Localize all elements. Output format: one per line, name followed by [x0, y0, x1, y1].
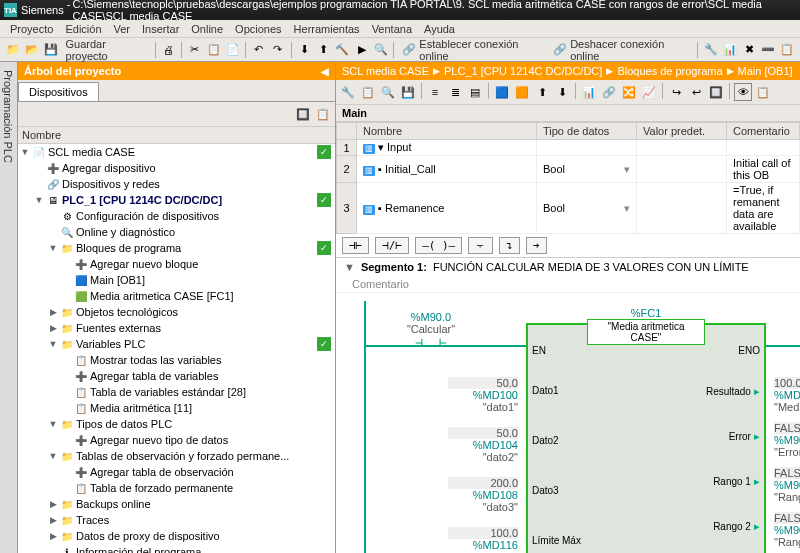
tb-icon-2[interactable]: 📊 — [721, 41, 738, 59]
ladder-diagram[interactable]: %M90.0 "Calcular" ⊣ ⊢ %FC1 "Media aritme… — [336, 293, 800, 553]
ed-tb-13[interactable]: 🔗 — [600, 83, 618, 101]
ed-tb-9[interactable]: 🟧 — [513, 83, 531, 101]
input-Límite Máx[interactable]: 100.0%MD116"Límite" — [448, 527, 518, 553]
col-tipo[interactable]: Tipo de datos — [537, 123, 637, 140]
interface-row[interactable]: 2▥▪ Initial_CallBool▾Initial call of thi… — [337, 156, 800, 183]
new-project-icon[interactable]: 📁 — [4, 41, 21, 59]
tree-item[interactable]: ▶📁Traces — [18, 512, 335, 528]
input-Dato1[interactable]: 50.0%MD100"dato1" — [448, 377, 518, 413]
tree-item[interactable]: ▼📁Tablas de observación y forzado perman… — [18, 448, 335, 464]
menu-insertar[interactable]: Insertar — [136, 23, 185, 35]
ed-tb-17[interactable]: ↩ — [687, 83, 705, 101]
tree-item[interactable]: ▶📁Datos de proxy de dispositivo — [18, 528, 335, 544]
output-Rango 2[interactable]: FALSE%M90.4"Rango2" — [774, 512, 800, 548]
menu-ayuda[interactable]: Ayuda — [418, 23, 461, 35]
tb-icon-5[interactable]: 📋 — [779, 41, 796, 59]
menu-ver[interactable]: Ver — [108, 23, 137, 35]
ed-tb-15[interactable]: 📈 — [640, 83, 658, 101]
upload-icon[interactable]: ⬆ — [315, 41, 332, 59]
side-tab-programacion[interactable]: Programación PLC — [0, 62, 18, 553]
ed-tb-10[interactable]: ⬆ — [533, 83, 551, 101]
segment-header[interactable]: ▼ Segmento 1: FUNCIÓN CALCULAR MEDIA DE … — [336, 258, 800, 276]
output-Resultado[interactable]: 100.0%MD112"Media" — [774, 377, 800, 413]
tree-item[interactable]: ▼📁Bloques de programa✓ — [18, 240, 335, 256]
tree-item[interactable]: 🟦Main [OB1] — [18, 272, 335, 288]
seg-btn-jump[interactable]: ➔ — [526, 237, 547, 254]
tree-item[interactable]: ▼🖥PLC_1 [CPU 1214C DC/DC/DC]✓ — [18, 192, 335, 208]
tree-item[interactable]: ➕Agregar nuevo bloque — [18, 256, 335, 272]
ed-tb-11[interactable]: ⬇ — [553, 83, 571, 101]
ed-tb-12[interactable]: 📊 — [580, 83, 598, 101]
tree-tb-icon-2[interactable]: 📋 — [314, 105, 332, 123]
save-icon[interactable]: 💾 — [42, 41, 59, 59]
seg-btn-coil[interactable]: –( )– — [415, 237, 462, 254]
tree-item[interactable]: 📋Tabla de variables estándar [28] — [18, 384, 335, 400]
menu-edicion[interactable]: Edición — [59, 23, 107, 35]
menu-opciones[interactable]: Opciones — [229, 23, 287, 35]
ed-tb-1[interactable]: 🔧 — [339, 83, 357, 101]
ed-tb-16[interactable]: ↪ — [667, 83, 685, 101]
tree-item[interactable]: ➕Agregar tabla de variables — [18, 368, 335, 384]
tree-tb-icon-1[interactable]: 🔲 — [294, 105, 312, 123]
undo-icon[interactable]: ↶ — [250, 41, 267, 59]
tree-item[interactable]: 🔗Dispositivos y redes — [18, 176, 335, 192]
tree-item[interactable]: 📋Tabla de forzado permanente — [18, 480, 335, 496]
tb-icon-3[interactable]: ✖ — [741, 41, 758, 59]
seg-btn-contact[interactable]: ⊣⊢ — [342, 237, 369, 254]
tree-item[interactable]: 📋Media aritmética [11] — [18, 400, 335, 416]
project-tree[interactable]: ▼📄SCL media CASE✓➕Agregar dispositivo🔗Di… — [18, 144, 335, 553]
tree-item[interactable]: ▼📁Tipos de datos PLC — [18, 416, 335, 432]
seg-btn-box[interactable]: ⫟ — [468, 237, 493, 254]
bc-main[interactable]: Main [OB1] — [738, 65, 793, 77]
search-icon[interactable]: 🔍 — [372, 41, 389, 59]
cut-icon[interactable]: ✂ — [186, 41, 203, 59]
tree-item[interactable]: ▶📁Backups online — [18, 496, 335, 512]
compile-icon[interactable]: 🔨 — [334, 41, 351, 59]
tree-item[interactable]: ⚙Configuración de dispositivos — [18, 208, 335, 224]
menu-proyecto[interactable]: Proyecto — [4, 23, 59, 35]
segment-expand-icon[interactable]: ▼ — [344, 261, 355, 273]
menu-ventana[interactable]: Ventana — [366, 23, 418, 35]
output-Rango 1[interactable]: FALSE%M90.3"Rango1" — [774, 467, 800, 503]
ed-tb-14[interactable]: 🔀 — [620, 83, 638, 101]
ed-tb-18[interactable]: 🔲 — [707, 83, 725, 101]
tree-item[interactable]: ℹInformación del programa — [18, 544, 335, 553]
ed-tb-4[interactable]: 💾 — [399, 83, 417, 101]
tb-icon-1[interactable]: 🔧 — [702, 41, 719, 59]
tab-dispositivos[interactable]: Dispositivos — [18, 82, 99, 101]
contact-calcular[interactable]: %M90.0 "Calcular" ⊣ ⊢ — [396, 311, 466, 350]
redo-icon[interactable]: ↷ — [269, 41, 286, 59]
download-icon[interactable]: ⬇ — [296, 41, 313, 59]
copy-icon[interactable]: 📋 — [205, 41, 222, 59]
col-nombre[interactable]: Nombre — [357, 123, 537, 140]
menu-herramientas[interactable]: Herramientas — [288, 23, 366, 35]
tb-icon-4[interactable]: ➖ — [760, 41, 777, 59]
ed-tb-8[interactable]: 🟦 — [493, 83, 511, 101]
paste-icon[interactable]: 📄 — [224, 41, 241, 59]
col-valor[interactable]: Valor predet. — [637, 123, 727, 140]
seg-btn-branch[interactable]: ↴ — [499, 237, 520, 254]
sim-icon[interactable]: ▶ — [353, 41, 370, 59]
interface-row[interactable]: 1▥▾ Input — [337, 140, 800, 156]
go-offline-button[interactable]: 🔗 Deshacer conexión online — [549, 38, 693, 62]
tree-item[interactable]: 🔍Online y diagnóstico — [18, 224, 335, 240]
menu-online[interactable]: Online — [185, 23, 229, 35]
output-Error[interactable]: FALSE%M90.2"Error" — [774, 422, 800, 458]
seg-btn-ncontact[interactable]: ⊣/⊢ — [375, 237, 409, 254]
open-project-icon[interactable]: 📂 — [23, 41, 40, 59]
input-Dato2[interactable]: 50.0%MD104"dato2" — [448, 427, 518, 463]
function-block[interactable]: %FC1 "Media aritmetica CASE" EN ENO Dato… — [526, 323, 766, 553]
tree-item[interactable]: ▶📁Fuentes externas — [18, 320, 335, 336]
tree-item[interactable]: 🟩Media aritmetica CASE [FC1] — [18, 288, 335, 304]
input-Dato3[interactable]: 200.0%MD108"dato3" — [448, 477, 518, 513]
col-comentario[interactable]: Comentario — [727, 123, 800, 140]
tree-item[interactable]: ➕Agregar nuevo tipo de datos — [18, 432, 335, 448]
print-icon[interactable]: 🖨 — [160, 41, 177, 59]
tree-item[interactable]: ➕Agregar tabla de observación — [18, 464, 335, 480]
collapse-panel-icon[interactable]: ◀ — [321, 66, 329, 77]
tree-item[interactable]: ➕Agregar dispositivo — [18, 160, 335, 176]
tree-item[interactable]: 📋Mostrar todas las variables — [18, 352, 335, 368]
tree-item[interactable]: ▼📄SCL media CASE✓ — [18, 144, 335, 160]
bc-blocks[interactable]: Bloques de programa — [617, 65, 722, 77]
tree-item[interactable]: ▶📁Objetos tecnológicos — [18, 304, 335, 320]
